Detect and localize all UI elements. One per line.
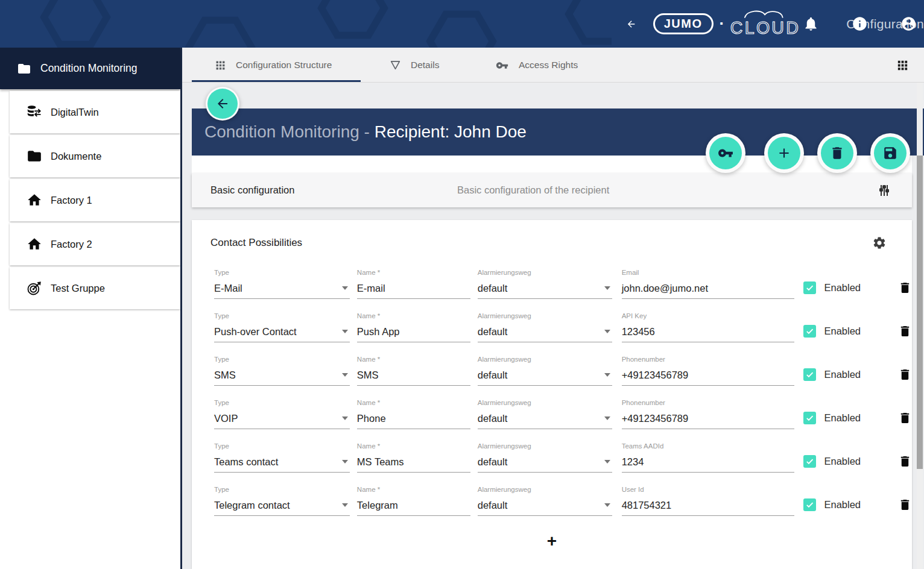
alarmierungsweg-select[interactable]: default	[478, 325, 612, 342]
dropdown-arrow-icon	[604, 286, 610, 290]
sidebar-item-digitaltwin[interactable]: DigitalTwin	[10, 91, 180, 133]
sidebar-header-label: Condition Monitoring	[40, 62, 138, 75]
sidebar-item-test-gruppe[interactable]: Test Gruppe	[10, 267, 180, 309]
delete-row-trash-icon[interactable]	[898, 324, 912, 338]
digital-twin-icon	[27, 104, 42, 120]
alarmierungsweg-select[interactable]: default	[478, 281, 612, 299]
alarmierungsweg-label: Alarmierungsweg	[478, 442, 612, 450]
type-select[interactable]: SMS	[214, 368, 350, 386]
back-button[interactable]	[207, 89, 238, 119]
delete-row-trash-icon[interactable]	[898, 498, 912, 512]
check-icon	[805, 327, 814, 336]
name-label: Name *	[357, 442, 470, 450]
delete-row-trash-icon[interactable]	[898, 281, 912, 295]
type-select[interactable]: Telegram contact	[214, 498, 350, 516]
home-icon	[27, 236, 42, 252]
name-input[interactable]: Phone	[357, 412, 470, 429]
plus-icon	[776, 145, 792, 161]
scrollbar-track[interactable]	[917, 83, 923, 569]
extra-field: Teams AADId 1234	[622, 442, 795, 473]
type-select[interactable]: Push-over Contact	[214, 325, 350, 342]
sidebar-item-dokumente[interactable]: Dokumente	[10, 135, 180, 177]
tab-configuration-structure[interactable]: Configuration Structure	[214, 48, 332, 83]
sidebar-item-label: Dokumente	[51, 151, 101, 162]
type-field: Type SMS	[214, 355, 350, 386]
extra-label: Phonenumber	[622, 398, 795, 407]
delete-button[interactable]	[821, 137, 853, 169]
back-arrow-icon[interactable]	[626, 16, 636, 32]
dropdown-arrow-icon	[604, 417, 610, 420]
info-icon[interactable]	[852, 16, 868, 32]
extra-field: API Key 123456	[622, 312, 795, 342]
check-icon	[805, 413, 814, 423]
dropdown-arrow-icon	[342, 503, 348, 507]
name-value: E-mail	[357, 281, 385, 295]
enabled-checkbox[interactable]	[803, 281, 816, 294]
enabled-checkbox[interactable]	[803, 325, 816, 338]
tune-sliders-icon[interactable]	[877, 183, 891, 198]
name-input[interactable]: E-mail	[357, 281, 470, 299]
contact-row: Type VOIP Name * Phone Alarmierungsweg d…	[192, 398, 912, 442]
enabled-checkbox[interactable]	[803, 412, 816, 424]
name-field: Name * Push App	[357, 312, 470, 342]
name-input[interactable]: SMS	[357, 368, 470, 386]
extra-field: Phonenumber +49123456789	[622, 355, 795, 386]
alarmierungsweg-field: Alarmierungsweg default	[478, 485, 612, 516]
add-contact-button[interactable]: +	[192, 532, 912, 550]
alarmierungsweg-select[interactable]: default	[478, 498, 612, 516]
alarmierungsweg-select[interactable]: default	[478, 412, 612, 429]
alarmierungsweg-value: default	[478, 325, 508, 338]
name-field: Name * MS Teams	[357, 442, 470, 473]
funnel-icon	[389, 59, 402, 72]
sidebar-item-factory-2[interactable]: Factory 2	[10, 223, 180, 265]
svg-text:CLOUD: CLOUD	[730, 17, 800, 37]
extra-input[interactable]: 123456	[622, 325, 795, 342]
basic-configuration-row[interactable]: Basic configuration Basic configuration …	[192, 173, 912, 207]
type-select[interactable]: VOIP	[214, 412, 350, 429]
extra-input[interactable]: john.doe@jumo.net	[622, 281, 795, 299]
notifications-bell-icon[interactable]	[803, 16, 819, 32]
account-icon[interactable]	[900, 16, 917, 32]
type-field: Type Push-over Contact	[214, 312, 350, 342]
enabled-label: Enabled	[824, 325, 861, 337]
apps-grid-icon[interactable]	[896, 58, 910, 72]
enabled-label: Enabled	[824, 412, 861, 424]
extra-label: Phonenumber	[622, 355, 795, 363]
extra-input[interactable]: 481754321	[622, 498, 795, 516]
extra-input[interactable]: +49123456789	[622, 412, 795, 429]
delete-row-trash-icon[interactable]	[898, 411, 912, 425]
key-icon	[718, 145, 733, 161]
name-input[interactable]: Push App	[357, 325, 470, 342]
sidebar-item-condition-monitoring[interactable]: Condition Monitoring	[0, 48, 180, 89]
extra-input[interactable]: 1234	[622, 455, 795, 473]
gear-icon[interactable]	[872, 236, 887, 250]
name-value: Telegram	[357, 498, 398, 512]
add-button[interactable]	[768, 137, 800, 169]
tab-access-rights[interactable]: Access Rights	[495, 48, 578, 83]
type-select[interactable]: E-Mail	[214, 281, 350, 299]
save-button[interactable]	[874, 137, 907, 169]
delete-row-trash-icon[interactable]	[898, 368, 912, 382]
alarmierungsweg-label: Alarmierungsweg	[478, 355, 612, 363]
name-value: Phone	[357, 412, 386, 425]
tab-details[interactable]: Details	[389, 48, 439, 83]
type-select[interactable]: Teams contact	[214, 455, 350, 473]
alarmierungsweg-select[interactable]: default	[478, 455, 612, 473]
alarmierungsweg-select[interactable]: default	[478, 368, 612, 386]
enabled-checkbox[interactable]	[803, 368, 816, 381]
sidebar-item-label: Test Gruppe	[51, 283, 105, 294]
enabled-checkbox[interactable]	[803, 498, 816, 511]
enabled-group: Enabled	[803, 498, 861, 511]
access-key-button[interactable]	[709, 137, 742, 169]
extra-input[interactable]: +49123456789	[622, 368, 795, 386]
scrollbar-thumb[interactable]	[917, 156, 923, 469]
enabled-checkbox[interactable]	[803, 455, 816, 468]
name-field: Name * Phone	[357, 398, 470, 429]
sidebar-item-factory-1[interactable]: Factory 1	[10, 179, 180, 221]
name-input[interactable]: MS Teams	[357, 455, 470, 473]
name-input[interactable]: Telegram	[357, 498, 470, 516]
dropdown-arrow-icon	[342, 460, 348, 464]
contact-row: Type Push-over Contact Name * Push App A…	[192, 312, 912, 355]
type-field: Type VOIP	[214, 398, 350, 429]
delete-row-trash-icon[interactable]	[898, 454, 912, 468]
